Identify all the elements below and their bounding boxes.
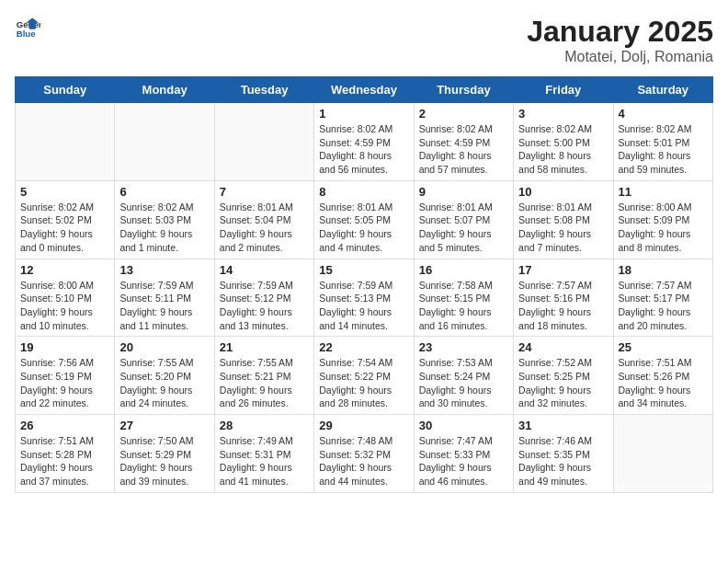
day-detail: Sunrise: 8:02 AM Sunset: 5:02 PM Dayligh… <box>20 201 109 255</box>
weekday-header: Tuesday <box>214 77 313 103</box>
calendar-day-cell: 14Sunrise: 7:59 AM Sunset: 5:12 PM Dayli… <box>214 259 313 337</box>
day-number: 20 <box>119 340 209 354</box>
day-number: 5 <box>20 185 109 199</box>
calendar-day-cell: 23Sunrise: 7:53 AM Sunset: 5:24 PM Dayli… <box>414 337 513 415</box>
day-number: 14 <box>220 263 309 277</box>
day-detail: Sunrise: 7:50 AM Sunset: 5:29 PM Dayligh… <box>119 434 209 488</box>
day-detail: Sunrise: 8:02 AM Sunset: 4:59 PM Dayligh… <box>319 122 408 177</box>
day-detail: Sunrise: 8:01 AM Sunset: 5:05 PM Dayligh… <box>319 201 408 255</box>
day-detail: Sunrise: 7:48 AM Sunset: 5:32 PM Dayligh… <box>319 434 408 488</box>
weekday-header: Monday <box>115 77 214 103</box>
calendar-day-cell: 1Sunrise: 8:02 AM Sunset: 4:59 PM Daylig… <box>314 103 414 181</box>
calendar-day-cell: 7Sunrise: 8:01 AM Sunset: 5:04 PM Daylig… <box>214 180 313 259</box>
day-number: 26 <box>20 419 109 432</box>
day-number: 15 <box>319 263 408 277</box>
day-number: 13 <box>119 263 209 277</box>
calendar-day-cell <box>16 103 115 181</box>
day-number: 22 <box>319 340 408 354</box>
day-detail: Sunrise: 8:02 AM Sunset: 5:01 PM Dayligh… <box>619 122 708 177</box>
calendar-day-cell: 15Sunrise: 7:59 AM Sunset: 5:13 PM Dayli… <box>314 259 414 337</box>
calendar-subtitle: Motatei, Dolj, Romania <box>527 49 713 65</box>
calendar-day-cell: 31Sunrise: 7:46 AM Sunset: 5:35 PM Dayli… <box>514 415 613 493</box>
day-detail: Sunrise: 7:57 AM Sunset: 5:17 PM Dayligh… <box>619 279 708 333</box>
svg-text:Blue: Blue <box>17 29 36 39</box>
day-detail: Sunrise: 7:55 AM Sunset: 5:20 PM Dayligh… <box>119 356 209 410</box>
calendar-day-cell: 16Sunrise: 7:58 AM Sunset: 5:15 PM Dayli… <box>414 259 513 337</box>
weekday-header: Friday <box>514 77 613 103</box>
day-number: 25 <box>619 340 708 354</box>
day-number: 6 <box>119 185 209 199</box>
calendar-table: SundayMondayTuesdayWednesdayThursdayFrid… <box>15 76 713 493</box>
weekday-header: Sunday <box>16 77 115 103</box>
calendar-day-cell: 4Sunrise: 8:02 AM Sunset: 5:01 PM Daylig… <box>613 103 712 181</box>
day-number: 23 <box>419 340 508 354</box>
weekday-header: Wednesday <box>314 77 414 103</box>
day-detail: Sunrise: 7:53 AM Sunset: 5:24 PM Dayligh… <box>419 356 508 410</box>
day-number: 12 <box>20 263 109 277</box>
calendar-day-cell: 24Sunrise: 7:52 AM Sunset: 5:25 PM Dayli… <box>514 337 613 415</box>
day-detail: Sunrise: 7:51 AM Sunset: 5:26 PM Dayligh… <box>619 356 708 410</box>
calendar-day-cell: 9Sunrise: 8:01 AM Sunset: 5:07 PM Daylig… <box>414 180 513 259</box>
calendar-week-row: 19Sunrise: 7:56 AM Sunset: 5:19 PM Dayli… <box>16 337 713 415</box>
calendar-day-cell: 2Sunrise: 8:02 AM Sunset: 4:59 PM Daylig… <box>414 103 513 181</box>
day-detail: Sunrise: 7:57 AM Sunset: 5:16 PM Dayligh… <box>518 279 608 333</box>
day-number: 4 <box>619 107 708 121</box>
calendar-day-cell: 13Sunrise: 7:59 AM Sunset: 5:11 PM Dayli… <box>115 259 214 337</box>
calendar-week-row: 5Sunrise: 8:02 AM Sunset: 5:02 PM Daylig… <box>16 180 713 259</box>
calendar-day-cell: 28Sunrise: 7:49 AM Sunset: 5:31 PM Dayli… <box>214 415 313 493</box>
calendar-day-cell <box>613 415 712 493</box>
day-number: 9 <box>419 185 508 199</box>
day-detail: Sunrise: 7:51 AM Sunset: 5:28 PM Dayligh… <box>20 434 109 488</box>
day-detail: Sunrise: 7:49 AM Sunset: 5:31 PM Dayligh… <box>220 434 309 488</box>
day-number: 24 <box>518 340 608 354</box>
logo: General Blue <box>15 15 40 40</box>
day-detail: Sunrise: 7:58 AM Sunset: 5:15 PM Dayligh… <box>419 279 508 333</box>
day-detail: Sunrise: 7:55 AM Sunset: 5:21 PM Dayligh… <box>220 356 309 410</box>
calendar-day-cell: 10Sunrise: 8:01 AM Sunset: 5:08 PM Dayli… <box>514 180 613 259</box>
day-number: 1 <box>319 107 408 121</box>
day-detail: Sunrise: 7:59 AM Sunset: 5:12 PM Dayligh… <box>220 279 309 333</box>
calendar-day-cell: 8Sunrise: 8:01 AM Sunset: 5:05 PM Daylig… <box>314 180 414 259</box>
day-number: 3 <box>518 107 608 121</box>
calendar-day-cell: 22Sunrise: 7:54 AM Sunset: 5:22 PM Dayli… <box>314 337 414 415</box>
calendar-day-cell: 20Sunrise: 7:55 AM Sunset: 5:20 PM Dayli… <box>115 337 214 415</box>
day-detail: Sunrise: 8:01 AM Sunset: 5:04 PM Dayligh… <box>220 201 309 255</box>
calendar-title: January 2025 <box>527 15 713 49</box>
calendar-day-cell: 18Sunrise: 7:57 AM Sunset: 5:17 PM Dayli… <box>613 259 712 337</box>
day-number: 31 <box>518 419 608 432</box>
calendar-day-cell: 17Sunrise: 7:57 AM Sunset: 5:16 PM Dayli… <box>514 259 613 337</box>
day-number: 11 <box>619 185 708 199</box>
calendar-day-cell: 21Sunrise: 7:55 AM Sunset: 5:21 PM Dayli… <box>214 337 313 415</box>
day-detail: Sunrise: 8:00 AM Sunset: 5:09 PM Dayligh… <box>619 201 708 255</box>
weekday-header-row: SundayMondayTuesdayWednesdayThursdayFrid… <box>16 77 713 103</box>
day-number: 19 <box>20 340 109 354</box>
day-number: 27 <box>119 419 209 432</box>
day-detail: Sunrise: 7:46 AM Sunset: 5:35 PM Dayligh… <box>518 434 608 488</box>
day-detail: Sunrise: 7:59 AM Sunset: 5:11 PM Dayligh… <box>119 279 209 333</box>
calendar-day-cell: 12Sunrise: 8:00 AM Sunset: 5:10 PM Dayli… <box>16 259 115 337</box>
day-detail: Sunrise: 7:52 AM Sunset: 5:25 PM Dayligh… <box>518 356 608 410</box>
day-number: 7 <box>220 185 309 199</box>
day-detail: Sunrise: 8:02 AM Sunset: 4:59 PM Dayligh… <box>419 122 508 177</box>
day-number: 21 <box>220 340 309 354</box>
day-detail: Sunrise: 8:01 AM Sunset: 5:07 PM Dayligh… <box>419 201 508 255</box>
day-number: 28 <box>220 419 309 432</box>
day-number: 18 <box>619 263 708 277</box>
day-detail: Sunrise: 7:59 AM Sunset: 5:13 PM Dayligh… <box>319 279 408 333</box>
calendar-day-cell: 11Sunrise: 8:00 AM Sunset: 5:09 PM Dayli… <box>613 180 712 259</box>
calendar-day-cell: 19Sunrise: 7:56 AM Sunset: 5:19 PM Dayli… <box>16 337 115 415</box>
day-detail: Sunrise: 7:54 AM Sunset: 5:22 PM Dayligh… <box>319 356 408 410</box>
header: General Blue January 2025 Motatei, Dolj,… <box>15 15 713 65</box>
calendar-week-row: 1Sunrise: 8:02 AM Sunset: 4:59 PM Daylig… <box>16 103 713 181</box>
day-detail: Sunrise: 8:02 AM Sunset: 5:03 PM Dayligh… <box>119 201 209 255</box>
day-detail: Sunrise: 8:01 AM Sunset: 5:08 PM Dayligh… <box>518 201 608 255</box>
weekday-header: Thursday <box>414 77 513 103</box>
calendar-day-cell: 5Sunrise: 8:02 AM Sunset: 5:02 PM Daylig… <box>16 180 115 259</box>
day-detail: Sunrise: 7:56 AM Sunset: 5:19 PM Dayligh… <box>20 356 109 410</box>
day-number: 29 <box>319 419 408 432</box>
calendar-week-row: 12Sunrise: 8:00 AM Sunset: 5:10 PM Dayli… <box>16 259 713 337</box>
calendar-week-row: 26Sunrise: 7:51 AM Sunset: 5:28 PM Dayli… <box>16 415 713 493</box>
day-number: 10 <box>518 185 608 199</box>
day-number: 8 <box>319 185 408 199</box>
calendar-day-cell: 27Sunrise: 7:50 AM Sunset: 5:29 PM Dayli… <box>115 415 214 493</box>
